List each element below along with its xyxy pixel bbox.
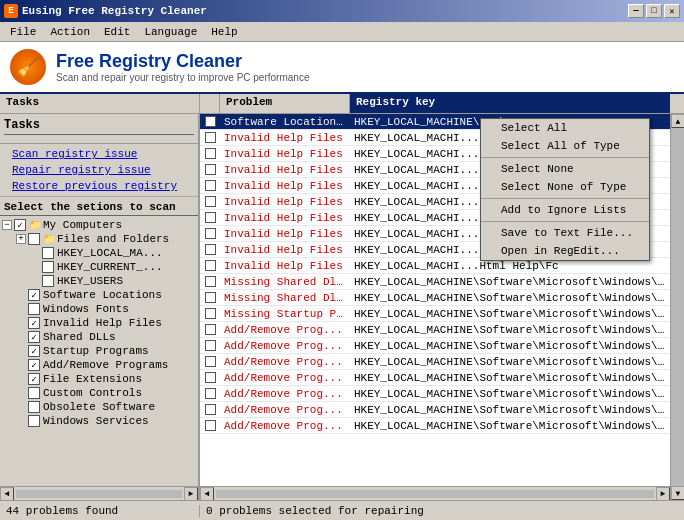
row-checkbox-cell[interactable] — [200, 260, 220, 271]
row-checkbox[interactable] — [205, 276, 216, 287]
row-checkbox[interactable] — [205, 420, 216, 431]
row-checkbox[interactable] — [205, 292, 216, 303]
context-menu-item[interactable]: Select None of Type — [481, 178, 649, 196]
table-row[interactable]: Add/Remove Prog...HKEY_LOCAL_MACHINE\Sof… — [200, 370, 670, 386]
tree-checkbox[interactable] — [28, 331, 40, 343]
tree-checkbox[interactable] — [28, 303, 40, 315]
table-row[interactable]: Add/Remove Prog...HKEY_LOCAL_MACHINE\Sof… — [200, 418, 670, 434]
menu-item-action[interactable]: Action — [44, 24, 96, 40]
row-checkbox-cell[interactable] — [200, 212, 220, 223]
table-row[interactable]: Add/Remove Prog...HKEY_LOCAL_MACHINE\Sof… — [200, 354, 670, 370]
row-checkbox[interactable] — [205, 372, 216, 383]
row-checkbox[interactable] — [205, 116, 216, 127]
row-checkbox[interactable] — [205, 132, 216, 143]
table-row[interactable]: Missing Shared DllsHKEY_LOCAL_MACHINE\So… — [200, 274, 670, 290]
right-scroll-track[interactable] — [216, 490, 654, 498]
right-scroll-left[interactable]: ◄ — [200, 487, 214, 501]
tree-item[interactable]: Custom Controls — [2, 386, 196, 400]
tree-checkbox[interactable] — [28, 345, 40, 357]
tree-item[interactable]: Invalid Help Files — [2, 316, 196, 330]
scan-registry-link[interactable]: Scan registry issue — [8, 146, 190, 162]
tree-item[interactable]: File Extensions — [2, 372, 196, 386]
tree-item[interactable]: Obsolete Software — [2, 400, 196, 414]
table-row[interactable]: Add/Remove Prog...HKEY_LOCAL_MACHINE\Sof… — [200, 402, 670, 418]
row-checkbox[interactable] — [205, 388, 216, 399]
context-menu-item[interactable]: Select None — [481, 160, 649, 178]
tree-checkbox[interactable] — [42, 247, 54, 259]
right-scroll-right[interactable]: ► — [656, 487, 670, 501]
row-checkbox-cell[interactable] — [200, 308, 220, 319]
context-menu-item[interactable]: Save to Text File... — [481, 224, 649, 242]
tree-item[interactable]: Startup Programs — [2, 344, 196, 358]
tree-checkbox[interactable] — [28, 233, 40, 245]
table-row[interactable]: Missing Shared DllsHKEY_LOCAL_MACHINE\So… — [200, 290, 670, 306]
row-checkbox[interactable] — [205, 340, 216, 351]
table-row[interactable]: Add/Remove Prog...HKEY_LOCAL_MACHINE\Sof… — [200, 322, 670, 338]
row-checkbox[interactable] — [205, 244, 216, 255]
tree-expand-btn[interactable]: − — [2, 220, 12, 230]
row-checkbox-cell[interactable] — [200, 244, 220, 255]
left-scroll-right[interactable]: ► — [184, 487, 198, 501]
tree-item[interactable]: +📁Files and Folders — [2, 232, 196, 246]
row-checkbox-cell[interactable] — [200, 196, 220, 207]
tree-item[interactable]: Windows Services — [2, 414, 196, 428]
tree-checkbox[interactable] — [28, 359, 40, 371]
tree-checkbox[interactable] — [28, 401, 40, 413]
right-hscrollbar[interactable]: ◄ ► — [200, 486, 670, 500]
menu-item-language[interactable]: Language — [138, 24, 203, 40]
tree-checkbox[interactable] — [28, 387, 40, 399]
left-hscrollbar[interactable]: ◄ ► — [0, 486, 198, 500]
row-checkbox[interactable] — [205, 324, 216, 335]
right-vscrollbar[interactable]: ▲ ▼ — [670, 114, 684, 500]
context-menu-item[interactable]: Select All of Type — [481, 137, 649, 155]
row-checkbox-cell[interactable] — [200, 116, 220, 127]
tree-item[interactable]: HKEY_LOCAL_MA... — [2, 246, 196, 260]
table-row[interactable]: Add/Remove Prog...HKEY_LOCAL_MACHINE\Sof… — [200, 386, 670, 402]
row-checkbox[interactable] — [205, 308, 216, 319]
tree-item[interactable]: HKEY_CURRENT_... — [2, 260, 196, 274]
row-checkbox-cell[interactable] — [200, 340, 220, 351]
tree-checkbox[interactable] — [14, 219, 26, 231]
row-checkbox-cell[interactable] — [200, 404, 220, 415]
vscroll-track[interactable] — [671, 128, 684, 486]
context-menu-item[interactable]: Select All — [481, 119, 649, 137]
row-checkbox[interactable] — [205, 196, 216, 207]
table-row[interactable]: Missing Startup Pr...HKEY_LOCAL_MACHINE\… — [200, 306, 670, 322]
tree-checkbox[interactable] — [28, 317, 40, 329]
table-row[interactable]: Add/Remove Prog...HKEY_LOCAL_MACHINE\Sof… — [200, 338, 670, 354]
row-checkbox-cell[interactable] — [200, 372, 220, 383]
menu-item-help[interactable]: Help — [205, 24, 243, 40]
close-button[interactable]: ✕ — [664, 4, 680, 18]
vscroll-down[interactable]: ▼ — [671, 486, 684, 500]
row-checkbox[interactable] — [205, 212, 216, 223]
row-checkbox-cell[interactable] — [200, 228, 220, 239]
tree-item[interactable]: −📁My Computers — [2, 218, 196, 232]
row-checkbox-cell[interactable] — [200, 180, 220, 191]
tree-item[interactable]: Windows Fonts — [2, 302, 196, 316]
menu-item-edit[interactable]: Edit — [98, 24, 136, 40]
row-checkbox[interactable] — [205, 356, 216, 367]
tree-item[interactable]: HKEY_USERS — [2, 274, 196, 288]
row-checkbox[interactable] — [205, 260, 216, 271]
row-checkbox[interactable] — [205, 148, 216, 159]
menu-item-file[interactable]: File — [4, 24, 42, 40]
tree-checkbox[interactable] — [42, 275, 54, 287]
row-checkbox-cell[interactable] — [200, 356, 220, 367]
row-checkbox-cell[interactable] — [200, 148, 220, 159]
left-scroll-track[interactable] — [16, 490, 182, 498]
tree-checkbox[interactable] — [42, 261, 54, 273]
context-menu-item[interactable]: Open in RegEdit... — [481, 242, 649, 260]
row-checkbox[interactable] — [205, 404, 216, 415]
minimize-button[interactable]: — — [628, 4, 644, 18]
row-checkbox-cell[interactable] — [200, 292, 220, 303]
row-checkbox-cell[interactable] — [200, 420, 220, 431]
tree-checkbox[interactable] — [28, 373, 40, 385]
row-checkbox[interactable] — [205, 164, 216, 175]
row-checkbox-cell[interactable] — [200, 132, 220, 143]
tree-checkbox[interactable] — [28, 289, 40, 301]
tree-item[interactable]: Shared DLLs — [2, 330, 196, 344]
context-menu-item[interactable]: Add to Ignore Lists — [481, 201, 649, 219]
row-checkbox[interactable] — [205, 180, 216, 191]
repair-registry-link[interactable]: Repair registry issue — [8, 162, 190, 178]
row-checkbox-cell[interactable] — [200, 388, 220, 399]
